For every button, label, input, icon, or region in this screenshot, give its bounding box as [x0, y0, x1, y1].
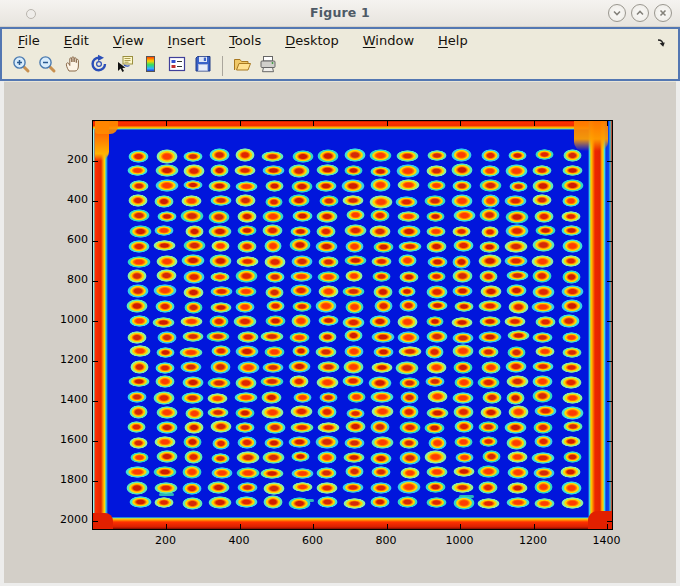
array-spot: [505, 164, 528, 178]
array-spot: [262, 451, 285, 464]
array-spot: [184, 301, 203, 314]
array-spot: [289, 238, 311, 252]
array-spot: [508, 150, 527, 162]
array-spot: [479, 316, 502, 327]
menu-edit[interactable]: Edit: [52, 31, 101, 50]
array-spot: [153, 240, 175, 251]
array-spot: [208, 210, 230, 224]
menu-insert[interactable]: Insert: [156, 31, 217, 50]
array-spot: [316, 164, 340, 177]
array-spot: [370, 391, 394, 402]
y-tick-mark: [93, 161, 98, 162]
unshade-button[interactable]: [631, 4, 649, 22]
array-spot: [534, 480, 553, 494]
menu-tools[interactable]: Tools: [217, 31, 273, 50]
array-spot: [235, 496, 258, 509]
y-axis-tick-label: 1600: [40, 433, 88, 446]
array-spot: [260, 468, 284, 479]
array-spot: [425, 481, 446, 493]
array-spot: [288, 164, 310, 178]
array-spot: [371, 466, 391, 479]
pan-button[interactable]: [61, 54, 85, 77]
chevron-up-icon: [634, 7, 646, 19]
data-cursor-button[interactable]: [113, 54, 137, 77]
array-spot: [534, 498, 555, 509]
array-spot: [317, 422, 340, 433]
array-spot: [345, 270, 364, 283]
array-spot: [155, 300, 175, 313]
array-spot: [561, 481, 583, 495]
array-spot: [289, 332, 311, 343]
y-tick-mark: [93, 521, 98, 522]
titlebar: Figure 1: [0, 0, 680, 27]
array-spot: [481, 361, 501, 374]
array-spot: [454, 420, 474, 433]
array-spot: [506, 391, 525, 405]
array-spot: [531, 255, 553, 268]
array-spot: [561, 362, 582, 374]
array-spot: [342, 482, 363, 493]
array-spot: [207, 407, 229, 418]
array-spot: [479, 208, 500, 222]
zoom-in-button[interactable]: [9, 54, 33, 77]
array-spot: [507, 330, 529, 341]
y-axis-tick-label: 600: [40, 233, 88, 246]
array-spot: [396, 150, 420, 162]
array-spot: [207, 377, 231, 389]
array-spot: [507, 482, 528, 494]
array-spot: [261, 406, 283, 420]
array-spot: [129, 405, 148, 419]
array-spot: [154, 436, 176, 448]
array-spot: [453, 239, 475, 253]
close-button[interactable]: [654, 4, 672, 22]
array-spot: [179, 347, 203, 358]
array-spot: [210, 195, 231, 206]
shade-button[interactable]: [608, 4, 626, 22]
array-spot: [343, 360, 365, 374]
menubar: FileEditViewInsertToolsDesktopWindowHelp: [2, 29, 678, 52]
array-spot: [562, 332, 581, 344]
array-spot: [235, 181, 258, 192]
array-spot: [369, 195, 393, 209]
legend-button[interactable]: [165, 54, 189, 77]
array-spot: [395, 361, 419, 375]
array-spot: [535, 225, 556, 237]
open-button[interactable]: [230, 54, 254, 77]
array-spot: [291, 451, 310, 462]
array-spot: [128, 240, 151, 254]
menu-window[interactable]: Window: [351, 31, 426, 50]
array-spot: [288, 360, 311, 373]
menu-help[interactable]: Help: [426, 31, 480, 50]
array-spot: [426, 285, 449, 299]
array-spot: [562, 165, 583, 177]
array-spot: [263, 482, 285, 495]
menu-view[interactable]: View: [101, 31, 156, 50]
colorbar-button[interactable]: [139, 54, 163, 77]
array-spot: [397, 480, 421, 494]
array-spot: [479, 270, 498, 284]
array-spot: [426, 226, 446, 237]
array-spot: [425, 345, 444, 359]
array-spot: [181, 392, 204, 404]
y-axis-tick-label: 1800: [40, 473, 88, 486]
array-spot: [344, 255, 367, 266]
print-button[interactable]: [256, 54, 280, 77]
zoom-out-button[interactable]: [35, 54, 59, 77]
plot-area[interactable]: [92, 120, 613, 530]
array-spot: [156, 450, 178, 463]
array-spot: [234, 165, 256, 177]
array-spot: [156, 269, 177, 282]
array-spot: [399, 271, 419, 282]
menu-file[interactable]: File: [6, 31, 52, 50]
array-spot: [237, 331, 259, 343]
dock-arrow-icon[interactable]: [656, 34, 668, 46]
rotate-3d-button[interactable]: [87, 54, 111, 77]
array-spot: [562, 239, 583, 253]
menu-desktop[interactable]: Desktop: [273, 31, 351, 50]
save-button[interactable]: [191, 54, 215, 77]
array-spot: [451, 482, 474, 493]
array-spot: [481, 149, 501, 162]
array-spot: [292, 345, 311, 357]
array-spot: [129, 496, 153, 507]
array-spot: [426, 407, 449, 419]
